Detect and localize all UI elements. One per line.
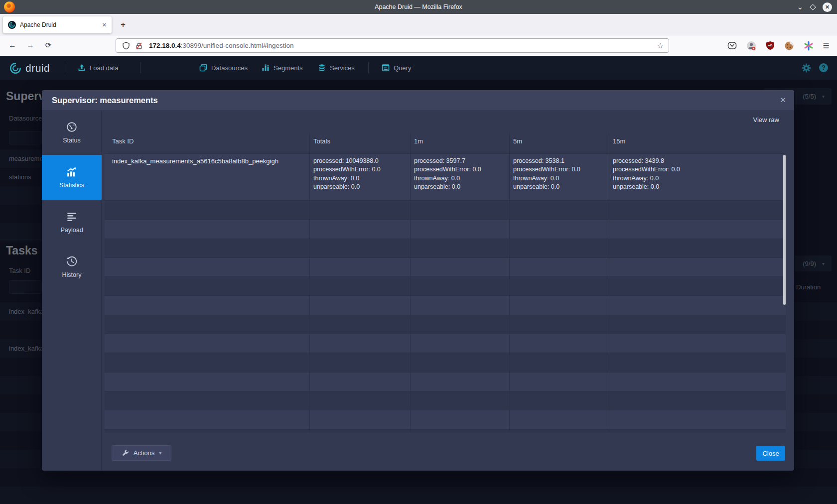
forward-button[interactable]: → bbox=[23, 38, 38, 53]
hamburger-menu-icon[interactable]: ☰ bbox=[823, 41, 830, 50]
segments-icon bbox=[262, 64, 270, 72]
url-host: 172.18.0.4 bbox=[149, 42, 181, 49]
modal-title: Supervisor: measurements bbox=[52, 90, 158, 110]
nav-item-query[interactable]: Query bbox=[382, 56, 411, 80]
close-button[interactable]: Close bbox=[756, 446, 785, 461]
reload-button[interactable]: ⟳ bbox=[41, 38, 56, 53]
cell-5m: processed: 3538.1 processedWithError: 0.… bbox=[509, 154, 609, 200]
sidebar-item-payload[interactable]: Payload bbox=[42, 200, 102, 245]
window-minimize-icon[interactable]: ⌄ bbox=[797, 4, 803, 9]
browser-toolbar: ← → ⟳ 172.18.0.4:30899/unified-console.h… bbox=[0, 35, 837, 56]
table-row bbox=[105, 219, 786, 238]
sidebar-item-label: History bbox=[62, 271, 82, 278]
svg-text:uO: uO bbox=[768, 44, 772, 47]
cell-task-id: index_kafka_measurements_a5616c5ba8afb8b… bbox=[105, 154, 309, 200]
sidebar-item-label: Status bbox=[63, 137, 80, 144]
cell-totals: processed: 10049388.0 processedWithError… bbox=[309, 154, 410, 200]
nav-item-services[interactable]: Services bbox=[318, 56, 355, 80]
table-row bbox=[105, 295, 786, 314]
column-divider bbox=[309, 133, 310, 433]
ublock-icon[interactable]: uO bbox=[766, 41, 775, 50]
nav-item-label: Load data bbox=[90, 64, 119, 72]
supervisor-modal: Supervisor: measurements ✕ Status bbox=[42, 90, 794, 471]
modal-close-icon[interactable]: ✕ bbox=[780, 90, 786, 110]
browser-tab[interactable]: Apache Druid ✕ bbox=[3, 16, 112, 33]
scrollbar-thumb[interactable] bbox=[783, 155, 786, 305]
column-header-1m: 1m bbox=[410, 131, 509, 153]
druid-navbar: druid Load data Ingestion Datasou bbox=[0, 56, 837, 80]
table-row bbox=[105, 410, 786, 429]
column-header-15m: 15m bbox=[609, 131, 786, 153]
wrench-icon bbox=[122, 449, 129, 457]
tracking-shield-icon[interactable] bbox=[122, 42, 130, 50]
column-divider bbox=[609, 133, 609, 433]
table-row bbox=[105, 429, 786, 433]
url-text[interactable]: 172.18.0.4:30899/unified-console.html#in… bbox=[149, 42, 657, 49]
tab-bar: Apache Druid ✕ + bbox=[0, 14, 837, 35]
services-icon bbox=[318, 64, 326, 72]
nav-item-datasources[interactable]: Datasources bbox=[199, 56, 248, 80]
statistics-chart-icon bbox=[66, 166, 77, 177]
table-row bbox=[105, 257, 786, 276]
sidebar-item-status[interactable]: Status bbox=[42, 110, 102, 155]
new-tab-button[interactable]: + bbox=[117, 18, 130, 31]
datasources-icon bbox=[199, 64, 207, 72]
modal-sidebar: Status Statistics bbox=[42, 110, 102, 471]
cookie-icon[interactable] bbox=[784, 41, 794, 51]
gear-icon[interactable] bbox=[802, 63, 811, 73]
column-divider bbox=[410, 133, 411, 433]
statistics-table: Task ID Totals 1m 5m 15m index_kafka_mea… bbox=[105, 131, 786, 433]
sidebar-item-label: Payload bbox=[60, 227, 83, 234]
tab-close-icon[interactable]: ✕ bbox=[102, 22, 107, 28]
close-button-label: Close bbox=[762, 450, 779, 457]
window-close-icon[interactable]: ✕ bbox=[823, 2, 832, 12]
nav-item-segments[interactable]: Segments bbox=[262, 56, 303, 80]
window-maximize-icon[interactable] bbox=[810, 4, 816, 10]
payload-align-left-icon bbox=[66, 211, 77, 222]
status-gauge-icon bbox=[66, 122, 77, 132]
caret-down-icon: ▾ bbox=[159, 450, 161, 456]
insecure-lock-icon[interactable] bbox=[135, 42, 143, 50]
help-icon[interactable]: ? bbox=[819, 63, 828, 72]
table-row bbox=[105, 353, 786, 372]
druid-logo-icon bbox=[9, 62, 22, 75]
profile-extension-icon[interactable] bbox=[746, 41, 756, 51]
history-clock-icon bbox=[66, 256, 77, 267]
table-row-task[interactable]: index_kafka_measurements_a5616c5ba8afb8b… bbox=[105, 153, 786, 200]
modal-header: Supervisor: measurements ✕ bbox=[42, 90, 794, 110]
asterisk-extension-icon[interactable] bbox=[804, 41, 814, 51]
extension-icons: uO ☰ bbox=[727, 35, 830, 56]
column-header-task-id: Task ID bbox=[105, 131, 309, 153]
actions-button[interactable]: Actions ▾ bbox=[112, 445, 171, 461]
sidebar-item-statistics[interactable]: Statistics bbox=[42, 155, 102, 200]
sidebar-item-history[interactable]: History bbox=[42, 245, 102, 289]
table-row bbox=[105, 315, 786, 334]
table-row bbox=[105, 200, 786, 219]
nav-item-label: Datasources bbox=[211, 64, 248, 72]
back-button[interactable]: ← bbox=[5, 38, 20, 53]
query-icon bbox=[382, 64, 390, 72]
url-bar[interactable]: 172.18.0.4:30899/unified-console.html#in… bbox=[116, 38, 669, 53]
view-raw-link[interactable]: View raw bbox=[753, 116, 779, 124]
table-row bbox=[105, 391, 786, 410]
window-title: Apache Druid — Mozilla Firefox bbox=[0, 0, 837, 14]
druid-brand[interactable]: druid bbox=[9, 62, 50, 75]
window-controls: ⌄ ✕ bbox=[797, 0, 832, 14]
bookmark-star-icon[interactable]: ☆ bbox=[657, 41, 664, 50]
nav-item-load-data[interactable]: Load data bbox=[78, 56, 119, 80]
screen: Apache Druid — Mozilla Firefox ⌄ ✕ Apach… bbox=[0, 0, 837, 504]
nav-item-label: Query bbox=[394, 64, 411, 72]
sidebar-item-label: Statistics bbox=[59, 182, 84, 189]
column-header-5m: 5m bbox=[509, 131, 609, 153]
pocket-icon[interactable] bbox=[727, 41, 737, 50]
column-header-totals: Totals bbox=[309, 131, 410, 153]
nav-separator bbox=[65, 62, 65, 73]
column-divider bbox=[509, 133, 510, 433]
table-row bbox=[105, 239, 786, 257]
nav-item-label: Segments bbox=[274, 64, 303, 72]
table-row bbox=[105, 334, 786, 353]
empty-rows bbox=[105, 200, 786, 433]
druid-brand-label: druid bbox=[25, 62, 50, 74]
navbar-right: ? bbox=[802, 56, 828, 80]
nav-separator bbox=[140, 62, 140, 73]
